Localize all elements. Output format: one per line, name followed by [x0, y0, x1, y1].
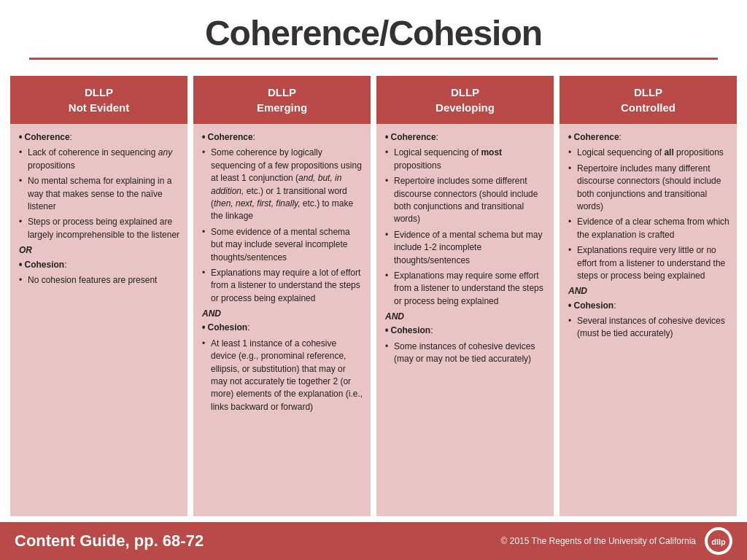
section-title: • Cohesion — [385, 325, 430, 335]
section-title-item: • Cohesion: — [568, 300, 729, 312]
column-not-evident: DLLPNot Evident• Coherence:Lack of coher… — [10, 76, 187, 516]
section-title: • Cohesion — [568, 300, 614, 311]
list-item: Several instances of cohesive devices (m… — [568, 315, 729, 341]
list-item: Explanations require very little or no e… — [568, 244, 729, 282]
and-text: AND — [568, 285, 729, 298]
list-item: Evidence of a mental schema but may incl… — [385, 229, 546, 267]
list-item: No cohesion features are present — [19, 274, 180, 287]
col-body-developing: • Coherence:Logical sequencing of most p… — [376, 124, 554, 516]
section-title: • Coherence — [385, 132, 436, 142]
section-list-emerging-1: • Cohesion:At least 1 instance of a cohe… — [202, 322, 363, 413]
section-title-item: • Coherence: — [202, 131, 363, 144]
column-emerging: DLLPEmerging• Coherence:Some coherence b… — [193, 76, 371, 516]
col-header-dllp: DLLP — [382, 85, 548, 100]
col-header-controlled: DLLPControlled — [560, 76, 737, 124]
section-list-not-evident-1: • Cohesion:No cohesion features are pres… — [19, 259, 180, 287]
and-text: AND — [385, 311, 546, 323]
logo: dllp — [705, 527, 732, 555]
page-title: Coherence/Cohesion — [15, 13, 732, 53]
header-divider — [29, 58, 718, 60]
list-item: Logical sequencing of most propositions — [385, 147, 546, 172]
section-title: • Coherence — [19, 132, 70, 142]
col-header-not-evident: DLLPNot Evident — [10, 76, 187, 124]
list-item: Repertoire includes many different disco… — [568, 163, 729, 214]
list-item: Some coherence by logically sequencing o… — [202, 147, 363, 222]
section-list-developing-0: • Coherence:Logical sequencing of most p… — [385, 131, 546, 308]
list-item: Steps or process being explained are lar… — [19, 216, 180, 241]
section-title-item: • Cohesion: — [202, 322, 363, 334]
list-item: Some evidence of a mental schema but may… — [202, 226, 363, 264]
section-list-developing-1: • Cohesion:Some instances of cohesive de… — [385, 324, 546, 365]
list-item: Evidence of a clear schema from which th… — [568, 216, 729, 241]
col-header-level: Developing — [382, 100, 548, 115]
list-item: Logical sequencing of all propositions — [568, 147, 729, 159]
footer-right: © 2015 The Regents of the University of … — [501, 527, 732, 555]
section-list-controlled-0: • Coherence:Logical sequencing of all pr… — [568, 131, 729, 282]
section-title: • Cohesion — [202, 322, 247, 332]
list-item: Lack of coherence in sequencing any prop… — [19, 147, 180, 172]
section-title: • Cohesion — [19, 260, 64, 270]
col-header-level: Not Evident — [16, 100, 182, 115]
and-text: AND — [202, 308, 363, 320]
col-header-level: Controlled — [565, 100, 731, 115]
section-title: • Coherence — [568, 132, 619, 142]
col-header-dllp: DLLP — [565, 85, 731, 100]
footer: Content Guide, pp. 68-72 © 2015 The Rege… — [0, 522, 747, 560]
col-body-emerging: • Coherence:Some coherence by logically … — [193, 124, 371, 516]
section-title: • Coherence — [202, 132, 253, 142]
column-controlled: DLLPControlled• Coherence:Logical sequen… — [560, 76, 737, 516]
page: Coherence/Cohesion DLLPNot Evident• Cohe… — [0, 0, 747, 560]
col-header-dllp: DLLP — [199, 85, 365, 100]
svg-text:dllp: dllp — [711, 537, 726, 546]
section-title-item: • Coherence: — [568, 131, 729, 144]
list-item: Some instances of cohesive devices (may … — [385, 341, 546, 366]
col-header-emerging: DLLPEmerging — [193, 76, 371, 124]
list-item: Repertoire includes some different disco… — [385, 175, 546, 226]
footer-left-text: Content Guide, pp. 68-72 — [15, 532, 204, 551]
footer-copyright: © 2015 The Regents of the University of … — [501, 536, 696, 546]
list-item: Explanations may require a lot of effort… — [202, 267, 363, 305]
column-developing: DLLPDeveloping• Coherence:Logical sequen… — [376, 76, 554, 516]
header: Coherence/Cohesion — [0, 0, 747, 67]
section-title-item: • Coherence: — [19, 131, 180, 144]
or-text: OR — [19, 244, 180, 257]
section-title-item: • Cohesion: — [385, 324, 546, 337]
section-list-not-evident-0: • Coherence:Lack of coherence in sequenc… — [19, 131, 180, 241]
section-title-item: • Cohesion: — [19, 259, 180, 271]
col-header-level: Emerging — [199, 100, 365, 115]
list-item: No mental schema for explaining in a way… — [19, 175, 180, 213]
section-list-emerging-0: • Coherence:Some coherence by logically … — [202, 131, 363, 305]
list-item: Explanations may require some effort fro… — [385, 270, 546, 308]
col-header-dllp: DLLP — [16, 85, 182, 100]
main-content: DLLPNot Evident• Coherence:Lack of coher… — [0, 67, 747, 522]
logo-icon: dllp — [707, 529, 730, 553]
section-list-controlled-1: • Cohesion:Several instances of cohesive… — [568, 300, 729, 341]
col-body-controlled: • Coherence:Logical sequencing of all pr… — [560, 124, 737, 516]
list-item: At least 1 instance of a cohesive device… — [202, 338, 363, 413]
col-body-not-evident: • Coherence:Lack of coherence in sequenc… — [10, 124, 187, 516]
col-header-developing: DLLPDeveloping — [376, 76, 554, 124]
section-title-item: • Coherence: — [385, 131, 546, 144]
